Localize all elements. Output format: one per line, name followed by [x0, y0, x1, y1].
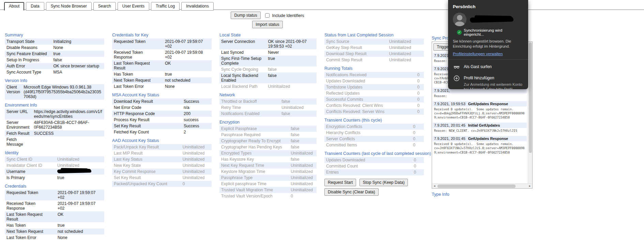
table-row: Invalidator Client IDUninitialized: [5, 162, 104, 169]
section-title: MSA Account Key Status: [112, 93, 212, 97]
section-title: Credentials: [5, 184, 104, 189]
disable-sync-button[interactable]: Disable Sync (Clear Data): [324, 188, 379, 196]
table-row: Last Key StatusUninitialized: [112, 156, 212, 162]
horizontal-scrollbar[interactable]: ◄ ►: [432, 183, 532, 188]
row-value: Success: [182, 98, 212, 105]
table-row: Pack/Unpack Key ResultUninitialized: [112, 144, 212, 150]
table-row: Sync Cycle Ongoingfalse: [219, 66, 317, 73]
row-value: 2021-09-07 19:59:07 +02: [163, 38, 212, 49]
table-row: Trusted Vault Version/Epoch0: [219, 193, 317, 199]
manage-profile-settings-link[interactable]: Profileinstellungen verwalten: [453, 52, 503, 56]
row-value: false: [289, 126, 317, 132]
key-value-table: Updates Downloaded0Committed Count0Entri…: [324, 157, 424, 175]
table-row: Sync SourceUninitialized: [324, 38, 424, 45]
key-value-table: Transport StateInitializingDisable Reaso…: [5, 38, 104, 75]
stop-sync-button[interactable]: Stop Sync (Keep Data): [359, 179, 408, 186]
row-value: Uninitialized: [280, 105, 317, 111]
row-value: 48F630A6-CB1B-4CC7-86AF-0F6627234B58: [32, 119, 104, 130]
log-entry: 7.9.2021, 19:59:53GetUpdates ResponseRec…: [433, 101, 527, 120]
scroll-right-arrow-icon[interactable]: ►: [527, 185, 532, 188]
table-row: Has Tokentrue: [112, 71, 212, 77]
row-value: Uninitialized: [181, 156, 212, 162]
table-row: Retry TimeUninitialized: [219, 105, 317, 111]
row-label: Fetch Result: [5, 130, 32, 137]
tab-invalidations[interactable]: Invalidations: [181, 2, 214, 11]
table-row: Passphrase TypeUninitialized: [219, 175, 317, 181]
dump-status-button[interactable]: Dump status: [231, 12, 260, 19]
key-value-table: Notifications Received0Updates Downloade…: [324, 72, 424, 115]
row-label: Passphrase Type: [219, 175, 289, 181]
browse-as-guest-item[interactable]: Als Gast surfen: [453, 63, 523, 70]
row-label: Set Key Result: [112, 123, 182, 129]
request-start-button[interactable]: Request Start: [324, 179, 356, 186]
import-status-button[interactable]: Import status: [252, 21, 282, 28]
log-entry-body: Reason:: [433, 93, 527, 99]
row-label: Entries: [324, 169, 412, 175]
table-row: Encrypted TypesUninitialized: [219, 150, 317, 156]
row-label: Fetched Key Count: [112, 129, 182, 135]
row-label: Client Version: [5, 84, 22, 100]
include-identifiers-label[interactable]: Include Identifiers: [265, 13, 304, 18]
row-value: Uninitialized: [266, 83, 317, 90]
table-row: Next Token Requestnot scheduled: [5, 228, 104, 235]
table-row: Next Token Requestnot scheduled: [112, 77, 212, 83]
row-value: Success: [182, 123, 212, 129]
row-value: 2021-09-07 19:59:07 +02: [56, 190, 104, 201]
scroll-left-arrow-icon[interactable]: ◄: [432, 185, 437, 188]
scrollbar-thumb[interactable]: [438, 185, 516, 188]
log-entry-body: Received 0 update(s). Some updates remai…: [433, 107, 527, 120]
scrollbar-thumb[interactable]: [529, 43, 532, 153]
row-value: 0: [289, 193, 317, 199]
add-profile-subtext: Zur Anmeldung mit weiterem Konto bei Mic…: [464, 82, 523, 89]
row-label: Next Key Request Time: [219, 162, 289, 169]
add-profile-item[interactable]: Profil hinzufügen Zur Anmeldung mit weit…: [453, 75, 523, 89]
guest-icon: [453, 63, 460, 70]
include-identifiers-checkbox[interactable]: [265, 13, 270, 18]
row-label: Requested Token: [5, 190, 56, 201]
log-entry-title: GetUpdates Response: [468, 102, 508, 106]
table-row: Committed Items0: [324, 142, 424, 148]
table-row: Notifications Enabledfalse: [219, 111, 317, 117]
table-row: Explicit passphrase TimeUninitialized: [219, 181, 317, 187]
log-entry-body: Received 0 update(s). Some updates remai…: [433, 141, 527, 155]
tab-user-events[interactable]: User Events: [118, 2, 149, 11]
row-label: Sync Account Type: [5, 69, 51, 75]
row-value: 0: [181, 181, 212, 187]
table-row: Hierarchy Conflicts0: [324, 130, 424, 136]
log-entry: 7.9.2021, 20:01:45Initial GetUpdatesReas…: [433, 123, 527, 133]
log-entry-body: Reason: NEW_CLIENT. cv=Jh9F63X7lNkJ+57HX…: [433, 128, 527, 133]
table-row: Username: [5, 169, 104, 175]
row-value: false: [289, 132, 317, 138]
row-value: not scheduled: [56, 228, 104, 235]
sync-check-icon: ✓: [457, 30, 462, 35]
table-row: Local Backend PathUninitialized: [219, 83, 317, 90]
table-row: Server Environment48F630A6-CB1B-4CC7-86A…: [5, 119, 104, 130]
row-value: OK since browser startup: [51, 63, 104, 69]
table-row: New Key StateUninitialized: [112, 162, 212, 169]
row-label: Committed Count: [324, 163, 412, 169]
tab-data[interactable]: Data: [26, 2, 44, 11]
row-value: 0: [415, 72, 424, 78]
tab-about[interactable]: About: [4, 2, 24, 11]
include-identifiers-text: Include Identifiers: [272, 13, 304, 18]
row-value: true: [56, 222, 104, 228]
vertical-scrollbar[interactable]: [528, 42, 532, 183]
row-label: Encryption Conflicts: [324, 124, 411, 130]
table-row: Server Conflicts0: [324, 136, 424, 142]
row-label: Last MIP Result: [112, 150, 181, 156]
row-value: Uninitialized: [289, 181, 317, 187]
row-label: Download Key Result: [112, 98, 182, 105]
log-entry-time: 7.9.2021,: [434, 53, 450, 58]
row-label: Explicit Passphrase: [219, 126, 289, 132]
row-label: Sync Client ID: [5, 156, 56, 162]
table-row: Reflected Updates0: [324, 90, 424, 96]
row-label: Local Backend Path: [219, 83, 266, 90]
row-value: n/a: [182, 105, 212, 111]
row-value: 0: [412, 163, 424, 169]
row-label: Has Token: [112, 71, 163, 77]
sync-action-buttons: Request Start Stop Sync (Keep Data) Disa…: [324, 179, 424, 196]
tab-sync-node-browser[interactable]: Sync Node Browser: [46, 2, 92, 11]
tab-traffic-log[interactable]: Traffic Log: [151, 2, 180, 11]
tab-search[interactable]: Search: [93, 2, 116, 11]
row-value: [56, 169, 104, 175]
